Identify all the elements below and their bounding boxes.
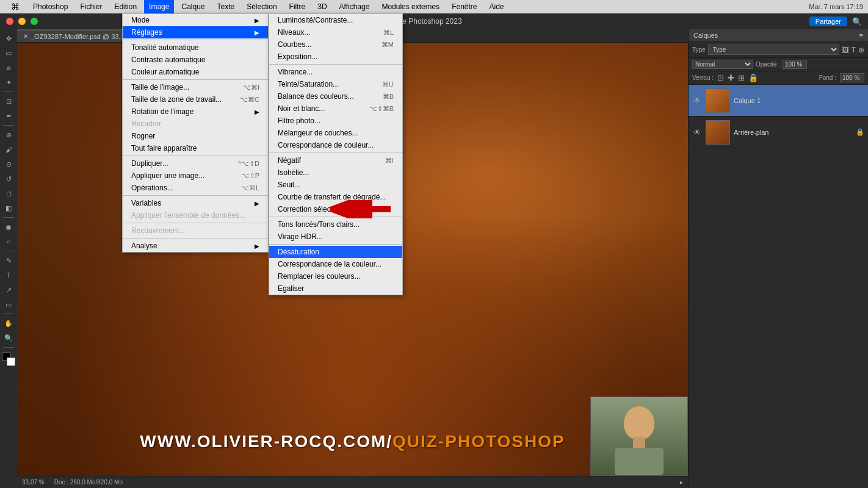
menu-niveaux[interactable]: Niveaux... ⌘L (269, 26, 402, 38)
lasso-tool[interactable]: ⌀ (2, 61, 15, 74)
path-select-tool[interactable]: ↗ (2, 283, 15, 296)
menu-negatif[interactable]: Négatif ⌘I (269, 154, 402, 167)
menu-taille-zone[interactable]: Taille de la zone de travail... ⌥⌘C (123, 93, 268, 106)
lock-all-icon[interactable]: 🔒 (748, 73, 758, 82)
menu-isohelie[interactable]: Isohélie... (269, 167, 402, 179)
shape-tool[interactable]: ▭ (2, 298, 15, 311)
eraser-tool[interactable]: ◻ (2, 187, 15, 200)
menu-recouvrement[interactable]: Recouvrement... (123, 224, 268, 237)
quick-select-tool[interactable]: ✦ (2, 76, 15, 89)
menu-couleur-auto[interactable]: Couleur automatique (123, 66, 268, 78)
menu-photoshop[interactable]: Photoshop (28, 0, 73, 13)
lock-pos-icon[interactable]: ✚ (728, 73, 734, 82)
search-icon[interactable]: 🔍 (852, 17, 862, 26)
crop-tool[interactable]: ⊡ (2, 95, 15, 108)
menu-mode[interactable]: Mode ▶ (123, 14, 268, 26)
menu-separator (269, 244, 402, 245)
menu-tonalite[interactable]: Tonalité automatique (123, 41, 268, 54)
menu-taille-image[interactable]: Taille de l'image... ⌥⌘I (123, 81, 268, 93)
menu-operations[interactable]: Opérations... ⌥⌘L (123, 182, 268, 194)
menu-dupliquer[interactable]: Dupliquer... ^⌥⇧D (123, 157, 268, 170)
color-swatches[interactable] (2, 353, 15, 366)
menu-exposition[interactable]: Exposition... (269, 51, 402, 63)
menu-noir-blanc[interactable]: Noir et blanc... ⌥⇧⌘B (269, 102, 402, 115)
menu-recadrer[interactable]: Recadrer (123, 118, 268, 130)
layers-panel: Calques ≡ Type Type 🖼 T ⊕ Normal Opacité… (689, 29, 868, 488)
close-doc-icon[interactable]: ✕ (23, 33, 28, 40)
opacity-input[interactable] (783, 60, 807, 69)
blur-tool[interactable]: ◉ (2, 220, 15, 234)
lock-artboard-icon[interactable]: ⊞ (738, 73, 745, 82)
menu-contraste-auto[interactable]: Contraste automatique (123, 54, 268, 66)
menu-variables[interactable]: Variables ▶ (123, 197, 268, 209)
layer-eye-calque1[interactable]: 👁 (692, 96, 702, 106)
menu-courbe-transfert[interactable]: Courbe de transfert de dégradé... (269, 191, 402, 203)
eyedropper-tool[interactable]: ✒ (2, 109, 15, 123)
close-button[interactable] (6, 18, 13, 25)
layer-item-calque1[interactable]: 👁 Calque 1 (689, 85, 868, 117)
menu-fichier[interactable]: Fichier (75, 0, 107, 13)
history-brush-tool[interactable]: ↺ (2, 172, 15, 185)
menu-balance-couleurs[interactable]: Balance des couleurs... ⌘B (269, 90, 402, 102)
presenter-video (591, 397, 687, 475)
dodge-tool[interactable]: ○ (2, 235, 15, 248)
type-tool[interactable]: T (2, 268, 15, 282)
menu-correction-selective[interactable]: Correction sélective... (269, 203, 402, 215)
menu-remplacer-couleur[interactable]: Remplacer les couleurs... (269, 270, 402, 282)
layer-eye-arriere[interactable]: 👁 (692, 127, 702, 137)
menu-3d[interactable]: 3D (313, 0, 331, 13)
menu-rotation[interactable]: Rotation de l'image ▶ (123, 106, 268, 118)
menu-correspondance-couleur[interactable]: Correspondance de couleur... (269, 139, 402, 151)
fond-input[interactable] (840, 73, 864, 82)
menu-melangeur-couches[interactable]: Mélangeur de couches... (269, 127, 402, 139)
clone-tool[interactable]: ⊙ (2, 157, 15, 171)
brush-tool[interactable]: 🖌 (2, 143, 15, 156)
arrow-icon: ▶ (255, 243, 259, 249)
layer-item-arriere-plan[interactable]: 👁 Arrière-plan 🔒 (689, 117, 868, 148)
menu-correspondance-couleur2[interactable]: Correspondance de la couleur... (269, 258, 402, 270)
menu-desaturation[interactable]: Désaturation (269, 246, 402, 258)
zoom-tool[interactable]: 🔍 (2, 331, 15, 345)
menu-reglages[interactable]: Réglages ▶ (123, 26, 268, 38)
menu-selection[interactable]: Sélection (242, 0, 281, 13)
minimize-button[interactable] (18, 18, 26, 25)
menu-seuil[interactable]: Seuil... (269, 179, 402, 191)
menu-texte[interactable]: Texte (212, 0, 240, 13)
menu-modules[interactable]: Modules externes (377, 0, 444, 13)
blend-mode-select[interactable]: Normal (692, 60, 753, 69)
menu-teinte-saturation[interactable]: Teinte/Saturation... ⌘U (269, 78, 402, 90)
menu-aide[interactable]: Aide (484, 0, 508, 13)
menu-fenetre[interactable]: Fenêtre (447, 0, 482, 13)
pen-tool[interactable]: ✎ (2, 254, 15, 267)
menu-egaliser[interactable]: Egaliser (269, 282, 402, 295)
status-arrow[interactable]: ▸ (680, 479, 683, 486)
share-button[interactable]: Partager (809, 16, 847, 26)
menu-calque[interactable]: Calque (176, 0, 209, 13)
menu-courbes[interactable]: Courbes... ⌘M (269, 38, 402, 51)
menu-rognage[interactable]: Rogner (123, 130, 268, 142)
menu-appliquer-ensemble[interactable]: Appliquer l'ensemble de données... (123, 209, 268, 221)
menu-tout-faire[interactable]: Tout faire apparaître (123, 142, 268, 154)
gradient-tool[interactable]: ◧ (2, 201, 15, 215)
lock-pixel-icon[interactable]: ⊡ (717, 73, 724, 82)
apple-menu[interactable]: ⌘ (5, 0, 26, 13)
menu-analyse[interactable]: Analyse ▶ (123, 240, 268, 252)
menu-edition[interactable]: Edition (109, 0, 142, 13)
menu-luminosite[interactable]: Luminosité/Contraste... (269, 14, 402, 26)
move-tool[interactable]: ✥ (2, 32, 15, 45)
maximize-button[interactable] (31, 18, 38, 25)
menu-vibrance[interactable]: Vibrance... (269, 66, 402, 78)
spot-heal-tool[interactable]: ⊕ (2, 128, 15, 142)
menu-filtre[interactable]: Filtre (284, 0, 311, 13)
menu-affichage[interactable]: Affichage (335, 0, 375, 13)
rect-select-tool[interactable]: ▭ (2, 46, 15, 60)
menu-appliquer-image[interactable]: Appliquer une image... ⌥⇧P (123, 170, 268, 182)
menu-virage-hdr[interactable]: Virage HDR... (269, 231, 402, 243)
panel-menu-icon[interactable]: ≡ (859, 32, 863, 39)
menu-image[interactable]: Image (144, 0, 174, 13)
type-select[interactable]: Type (708, 45, 839, 55)
hand-tool[interactable]: ✋ (2, 317, 15, 330)
menu-tons-fonces[interactable]: Tons foncés/Tons clairs... (269, 218, 402, 231)
menu-filtre-photo[interactable]: Filtre photo... (269, 115, 402, 127)
background-color[interactable] (7, 357, 15, 366)
